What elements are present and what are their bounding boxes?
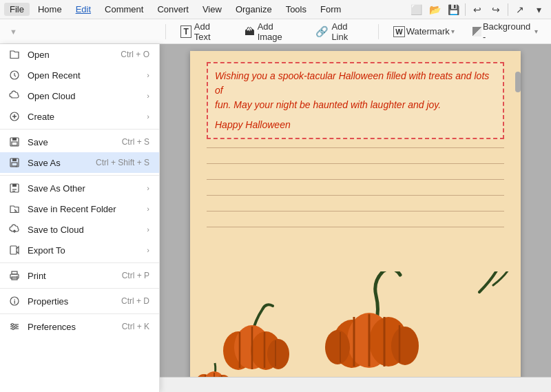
menu-home[interactable]: Home	[32, 3, 67, 16]
menu-form[interactable]: Form	[315, 3, 346, 16]
text-line-2: fun. May your night be haunted with laug…	[215, 98, 496, 112]
create-arrow: ›	[147, 112, 149, 121]
save-icon[interactable]: 💾	[445, 1, 461, 18]
save-as-other-arrow: ›	[147, 184, 149, 192]
menu-tools[interactable]: Tools	[280, 3, 312, 16]
print-label: Print	[28, 271, 46, 281]
ruled-line-2	[207, 163, 504, 164]
menu-item-save-recent-folder[interactable]: Save in Recent Folder ›	[0, 198, 159, 219]
halloween-text-box: Wishing you a spook-tacular Halloween fi…	[207, 62, 504, 139]
svg-rect-12	[12, 184, 17, 187]
svg-point-27	[12, 328, 14, 330]
save-shortcut: Ctrl + S	[122, 137, 149, 147]
open-cloud-label: Open Cloud	[28, 91, 75, 101]
svg-point-25	[12, 324, 14, 326]
toolbar-separator-2	[508, 3, 508, 16]
properties-shortcut: Ctrl + D	[121, 296, 149, 306]
add-text-button[interactable]: T Add Text	[174, 19, 232, 45]
menu-item-print[interactable]: Print Ctrl + P	[0, 265, 159, 286]
menu-item-properties[interactable]: i Properties Ctrl + D	[0, 291, 159, 311]
create-icon	[8, 110, 21, 123]
more-icon[interactable]: ▾	[530, 1, 547, 18]
menu-view[interactable]: View	[197, 3, 227, 16]
toolbar: ▼ T Add Text 🏔 Add Image 🔗 Add Link W Wa…	[0, 19, 551, 44]
save-cloud-arrow: ›	[147, 225, 149, 234]
add-image-icon: 🏔	[245, 25, 255, 37]
watermark-icon: W	[393, 26, 404, 37]
preferences-icon	[8, 320, 21, 333]
save-as-other-icon	[8, 182, 21, 194]
save-menu-icon	[8, 136, 21, 148]
menu-file[interactable]: File	[4, 3, 30, 16]
watermark-label: Watermark	[406, 26, 450, 37]
svg-rect-8	[12, 158, 17, 161]
add-image-button[interactable]: 🏔 Add Image	[238, 19, 304, 45]
svg-rect-15	[10, 246, 17, 254]
svg-point-41	[391, 327, 419, 365]
menu-item-save-as-other[interactable]: Save As Other ›	[0, 178, 159, 198]
add-link-label: Add Link	[331, 21, 364, 42]
menu-item-create[interactable]: Create ›	[0, 106, 159, 127]
menu-item-open-recent[interactable]: Open Recent ›	[0, 65, 159, 85]
document-page: Wishing you a spook-tacular Halloween fi…	[190, 51, 521, 392]
open-cloud-arrow: ›	[147, 92, 149, 100]
background-icon	[472, 27, 481, 37]
svg-text:i: i	[14, 298, 16, 305]
properties-icon: i	[8, 295, 21, 307]
toolbar-sep-2	[378, 24, 379, 39]
watermark-button[interactable]: W Watermark ▾	[387, 23, 460, 40]
share-icon[interactable]: ↗	[512, 1, 528, 18]
document-content: Wishing you a spook-tacular Halloween fi…	[190, 51, 521, 254]
toolbar-left-placeholder: ▼	[7, 28, 17, 36]
save-cloud-icon	[8, 223, 21, 236]
export-to-icon	[8, 244, 21, 256]
menu-divider-2	[0, 175, 159, 176]
redo-icon[interactable]: ↪	[488, 1, 504, 18]
menu-item-save-cloud[interactable]: Save to Cloud ›	[0, 219, 159, 240]
add-text-icon: T	[180, 25, 191, 38]
print-shortcut: Ctrl + P	[122, 271, 149, 280]
add-text-label: Add Text	[194, 21, 227, 42]
scrollbar-thumb[interactable]	[515, 72, 521, 92]
menu-edit[interactable]: Edit	[70, 3, 96, 16]
ruled-line-4	[207, 195, 504, 196]
content-area: Wishing you a spook-tacular Halloween fi…	[160, 44, 551, 392]
menu-organize[interactable]: Organize	[230, 3, 278, 16]
menu-item-open-cloud[interactable]: Open Cloud ›	[0, 85, 159, 106]
open-recent-arrow: ›	[147, 71, 149, 79]
menu-convert[interactable]: Convert	[152, 3, 194, 16]
preferences-label: Preferences	[28, 322, 76, 332]
export-to-arrow: ›	[147, 246, 149, 254]
add-link-button[interactable]: 🔗 Add Link	[309, 19, 370, 45]
menu-comment[interactable]: Comment	[99, 3, 149, 16]
menu-item-save[interactable]: Save Ctrl + S	[0, 132, 159, 152]
text-line-1: Wishing you a spook-tacular Halloween fi…	[215, 69, 496, 98]
main-layout: Open Ctrl + O Open Recent › Open Cloud ›	[0, 44, 551, 392]
menu-item-save-as[interactable]: + Save As Ctrl + Shift + S	[0, 152, 159, 173]
file-menu-dropdown: Open Ctrl + O Open Recent › Open Cloud ›	[0, 44, 160, 392]
open-recent-label: Open Recent	[28, 70, 81, 81]
properties-label: Properties	[28, 296, 68, 307]
menu-bar: File Home Edit Comment Convert View Orga…	[0, 0, 551, 19]
menu-item-export-to[interactable]: Export To ›	[0, 240, 159, 260]
save-recent-folder-arrow: ›	[147, 205, 149, 213]
save-as-other-label: Save As Other	[28, 183, 85, 194]
menu-divider-3	[0, 262, 159, 263]
svg-rect-5	[12, 138, 17, 141]
toolbar-sep-1	[165, 24, 166, 39]
menu-item-preferences[interactable]: Preferences Ctrl + K	[0, 316, 159, 337]
undo-icon[interactable]: ↩	[469, 1, 486, 18]
menu-item-open[interactable]: Open Ctrl + O	[0, 44, 159, 65]
open-cloud-icon	[8, 90, 21, 102]
new-document-icon[interactable]: ⬜	[408, 1, 424, 18]
ruled-lines	[207, 147, 504, 227]
svg-point-19	[17, 276, 18, 277]
menu-divider-4	[0, 288, 159, 289]
svg-point-33	[267, 339, 289, 369]
open-file-icon[interactable]: 📂	[426, 1, 443, 18]
save-as-shortcut: Ctrl + Shift + S	[96, 158, 149, 167]
background-button[interactable]: Background - ▾	[466, 19, 544, 45]
background-dropdown-arrow: ▾	[534, 28, 538, 35]
menu-divider-1	[0, 129, 159, 130]
export-to-label: Export To	[28, 245, 65, 256]
